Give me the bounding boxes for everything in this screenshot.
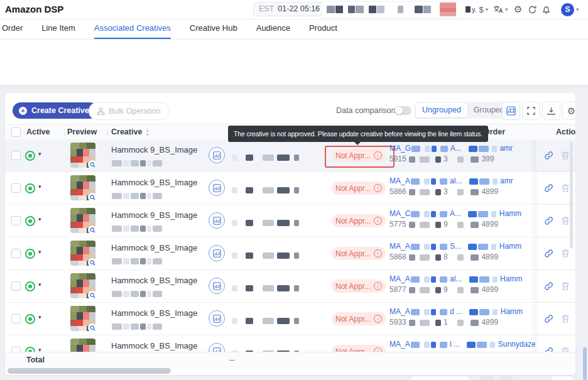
delete-action-icon[interactable] [561,249,570,258]
order-link-mid[interactable]: S... [450,242,461,251]
data-comparison-toggle[interactable] [395,106,411,115]
order-link-mid[interactable]: A... [450,209,461,218]
link-action-icon[interactable] [544,249,553,258]
chart-view-button[interactable] [502,102,520,120]
creative-name[interactable]: Hammock 9_BS_Image [111,145,197,155]
order-link-tail[interactable]: Hamm [501,307,523,316]
order-link-tail[interactable]: amr [500,176,513,185]
col-header-preview[interactable]: Preview [67,124,97,140]
language-selector[interactable]: ▾ [493,0,508,19]
create-creative-button[interactable]: + Create Creative [13,102,98,119]
row-checkbox[interactable] [11,216,21,225]
creative-preview-thumbnail[interactable] [70,273,95,298]
info-icon[interactable]: i [374,347,382,352]
order-link-mid[interactable]: A... [450,144,462,153]
col-header-active[interactable]: Active [26,124,50,140]
tab-associated-creatives[interactable]: Associated Creatives [94,19,171,39]
link-action-icon[interactable] [544,314,553,323]
row-checkbox[interactable] [11,314,21,323]
status-badge[interactable]: Not Appr... i [332,247,386,260]
chevron-down-icon[interactable]: ▾ [38,347,41,352]
link-action-icon[interactable] [544,216,553,225]
status-badge[interactable]: Not Appr... i [332,182,386,195]
delete-action-icon[interactable] [561,183,570,193]
download-button[interactable] [542,102,560,120]
order-link-tail[interactable]: Hamm [499,242,521,251]
creative-preview-thumbnail[interactable] [70,306,95,331]
info-icon[interactable]: i [374,282,382,290]
creative-name[interactable]: Hammock 9_BS_Image [111,308,197,318]
order-link[interactable]: MA_G [389,144,411,153]
row-chart-button[interactable] [209,147,225,163]
fullscreen-button[interactable] [522,102,540,120]
chevron-down-icon[interactable]: ▾ [38,151,41,157]
order-link[interactable]: MA_A [389,242,410,251]
row-chart-button[interactable] [209,310,225,327]
row-checkbox[interactable] [11,151,21,160]
table-settings-button[interactable]: ⚙ [562,102,575,120]
row-chart-button[interactable] [209,245,225,261]
horizontal-scrollbar-thumb[interactable] [8,368,171,374]
order-link[interactable]: MA_A [389,340,410,349]
order-link[interactable]: MA_A [389,274,410,283]
order-link[interactable]: MA_C [389,209,410,218]
chevron-down-icon[interactable]: ▾ [38,314,41,320]
active-status-indicator[interactable] [25,314,35,324]
link-action-icon[interactable] [544,281,553,291]
row-chart-button[interactable] [209,180,225,196]
chevron-down-icon[interactable]: ▾ [38,216,41,222]
order-link-tail[interactable]: amr [499,144,513,153]
vertical-scrollbar-thumb[interactable] [570,141,573,248]
link-action-icon[interactable] [544,151,553,160]
select-all-checkbox[interactable] [11,128,21,137]
order-link-tail[interactable]: Hamm [499,209,521,218]
row-checkbox[interactable] [11,347,21,352]
info-icon[interactable]: i [374,184,382,192]
active-status-indicator[interactable] [25,183,35,193]
order-link-mid[interactable]: al... [450,274,462,283]
creative-name[interactable]: Hammock 9_BS_Image [111,276,197,285]
delete-action-icon[interactable] [561,151,570,160]
creative-name[interactable]: Hammock 9_BS_Image [111,178,197,187]
settings-icon[interactable]: ⚙ [514,0,522,19]
sort-icon[interactable]: ▲▼ [145,128,150,137]
active-status-indicator[interactable] [25,216,35,226]
creative-preview-thumbnail[interactable] [70,241,95,266]
order-link-tail[interactable]: Hamm [500,274,522,283]
row-checkbox[interactable] [11,249,21,258]
row-chart-button[interactable] [209,212,225,229]
page-size-select[interactable] [410,376,470,380]
row-chart-button[interactable] [209,278,225,294]
creative-preview-thumbnail[interactable] [70,208,95,233]
link-action-icon[interactable] [544,183,553,193]
active-status-indicator[interactable] [25,281,35,291]
delete-action-icon[interactable] [561,314,570,323]
pagination-button[interactable] [481,376,494,380]
creative-name[interactable]: Hammock 9_BS_Image [111,243,197,252]
status-badge[interactable]: Not Appr... i [332,312,386,325]
tab-order[interactable]: Order [2,19,23,39]
tab-audience[interactable]: Audience [256,19,290,39]
status-badge[interactable]: Not Appr... i [332,345,386,352]
active-status-indicator[interactable] [25,151,35,161]
info-icon[interactable]: i [374,151,382,160]
row-checkbox[interactable] [11,281,21,291]
status-badge[interactable]: Not Appr... i [332,214,386,227]
user-avatar[interactable]: S ▾ [561,0,579,19]
tab-product[interactable]: Product [309,19,337,39]
tab-line-item[interactable]: Line Item [41,19,75,39]
status-badge[interactable]: Not Appr... i [332,280,386,293]
bulk-operation-button[interactable]: Bulk Operation [89,102,169,120]
order-link[interactable]: MA_A [389,307,410,316]
delete-action-icon[interactable] [561,347,570,352]
creative-preview-thumbnail[interactable] [70,143,95,168]
active-status-indicator[interactable] [25,249,35,259]
info-icon[interactable]: i [374,249,382,258]
delete-action-icon[interactable] [561,281,570,291]
tab-creative-hub[interactable]: Creative Hub [190,19,237,39]
pagination-button[interactable] [499,376,513,380]
chevron-down-icon[interactable]: ▾ [38,183,41,190]
order-link-mid[interactable]: al... [450,176,462,185]
currency-selector[interactable]: y. $▾ [466,0,488,19]
refresh-icon[interactable] [528,0,537,19]
